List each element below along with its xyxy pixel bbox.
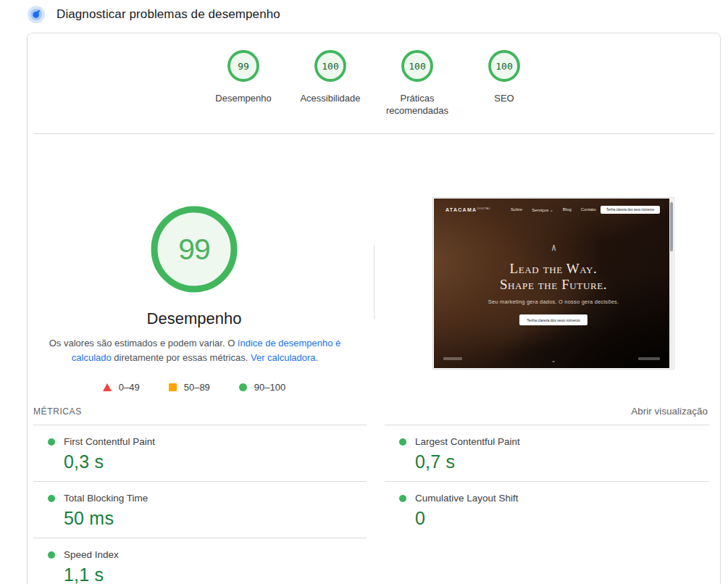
category-label: SEO	[494, 92, 514, 104]
metric-status-dot-icon	[399, 438, 406, 446]
legend-item-fail: 0–49	[103, 382, 140, 393]
preview-nav-item: Blog	[563, 207, 572, 212]
see-calculator-link[interactable]: Ver calculadora.	[251, 352, 318, 363]
gauge-score: 100	[401, 49, 434, 83]
metric-value: 50 ms	[64, 508, 367, 529]
legend-range: 50–89	[184, 382, 210, 393]
brand-logo-mark-icon: /\	[434, 243, 673, 252]
gauge-seo: 100	[488, 49, 521, 83]
page-title: Diagnosticar problemas de desempenho	[57, 7, 280, 22]
metric-name: Cumulative Layout Shift	[415, 493, 519, 504]
preview-nav-item: Sobre	[511, 207, 522, 212]
legend-item-average: 50–89	[169, 382, 210, 393]
performance-score: 99	[148, 203, 240, 296]
divider	[374, 245, 375, 319]
metric-name: Total Blocking Time	[64, 493, 148, 504]
pagespeed-report-page: Diagnosticar problemas de desempenho 99 …	[0, 0, 728, 584]
preview-hero-cta-button: Tenha clareza dos seus números	[519, 314, 587, 325]
metric-name: Largest Contentful Paint	[415, 436, 520, 447]
gauge-score: 100	[314, 49, 347, 83]
metric-status-dot-icon	[48, 495, 55, 502]
metric-largest-contentful-paint: Largest Contentful Paint 0,7 s	[385, 425, 709, 482]
preview-site-nav: ATACAMADIGITAL Sobre Serviços ⌄ Blog Con…	[434, 204, 673, 215]
metric-status-dot-icon	[48, 438, 55, 446]
category-acessibilidade[interactable]: 100 Acessibilidade	[287, 49, 374, 117]
metric-status-dot-icon	[399, 495, 406, 502]
gauge-score: 99	[227, 49, 260, 83]
category-label: Desempenho	[215, 92, 271, 104]
gauge-desempenho: 99	[227, 49, 260, 83]
preview-hero-title: Lead the Way. Shape the Future.	[434, 261, 673, 293]
preview-hero: /\ Lead the Way. Shape the Future. Seu m…	[434, 243, 673, 325]
category-label: Acessibilidade	[300, 92, 360, 104]
preview-scrollbar-thumb	[670, 202, 673, 251]
pagespeed-logo-icon	[28, 6, 45, 23]
category-summary: 99 Desempenho 100 Acessibilidade	[28, 49, 720, 117]
gauge-score: 100	[488, 49, 521, 83]
report-card: 99 Desempenho 100 Acessibilidade	[27, 33, 721, 584]
report-header: Diagnosticar problemas de desempenho	[28, 6, 280, 23]
metric-name: First Contentful Paint	[64, 436, 155, 447]
legend-range: 0–49	[119, 382, 140, 393]
metric-speed-index: Speed Index 1,1 s	[33, 538, 367, 584]
metrics-column-left: First Contentful Paint 0,3 s Total Block…	[33, 425, 367, 584]
preview-nav-cta-button: Tenha clareza dos seus números	[601, 206, 660, 214]
metrics-column-right: Largest Contentful Paint 0,7 s Cumulativ…	[385, 425, 709, 538]
metric-value: 1,1 s	[64, 564, 367, 584]
metric-value: 0,3 s	[64, 451, 367, 472]
metric-value: 0	[415, 508, 709, 529]
page-preview-thumbnail[interactable]: ATACAMADIGITAL Sobre Serviços ⌄ Blog Con…	[432, 197, 674, 370]
category-seo[interactable]: 100 SEO	[461, 49, 548, 117]
metric-name: Speed Index	[64, 549, 119, 560]
metrics-section-label: MÉTRICAS	[33, 406, 82, 417]
scroll-down-icon: ⌄	[434, 357, 673, 364]
performance-gauge: 99	[148, 203, 240, 296]
note-text: Os valores são estimados e podem variar.…	[49, 338, 238, 349]
category-desempenho[interactable]: 99 Desempenho	[200, 49, 287, 117]
performance-note: Os valores são estimados e podem variar.…	[46, 336, 344, 365]
gauge-praticas: 100	[401, 49, 434, 83]
legend-item-pass: 90–100	[239, 382, 285, 393]
metric-status-dot-icon	[48, 551, 55, 559]
metric-cumulative-layout-shift: Cumulative Layout Shift 0	[385, 482, 709, 538]
category-praticas-recomendadas[interactable]: 100 Práticas recomendadas	[374, 49, 461, 117]
divider	[33, 133, 714, 134]
gauge-acessibilidade: 100	[314, 49, 347, 83]
preview-hero-subtitle: Seu marketing gera dados. O nosso gera d…	[434, 299, 673, 305]
status-triangle-icon	[103, 383, 112, 391]
preview-scrollbar	[669, 199, 673, 368]
score-legend: 0–49 50–89 90–100	[28, 382, 361, 393]
note-text: diretamente por essas métricas.	[112, 352, 251, 363]
open-preview-link[interactable]: Abrir visualização	[631, 406, 708, 417]
status-square-icon	[169, 383, 177, 391]
chevron-down-icon: ⌄	[550, 208, 553, 212]
status-circle-icon	[239, 383, 247, 391]
legend-range: 90–100	[254, 382, 285, 393]
metric-total-blocking-time: Total Blocking Time 50 ms	[33, 482, 367, 538]
preview-site: ATACAMADIGITAL Sobre Serviços ⌄ Blog Con…	[434, 199, 673, 368]
preview-nav-item: Contato	[581, 207, 596, 212]
preview-nav-item: Serviços ⌄	[532, 207, 553, 212]
metric-value: 0,7 s	[415, 451, 709, 472]
metric-first-contentful-paint: First Contentful Paint 0,3 s	[33, 425, 367, 482]
performance-title: Desempenho	[28, 309, 361, 328]
category-label: Práticas recomendadas	[374, 92, 461, 117]
metrics-header: MÉTRICAS Abrir visualização	[33, 404, 708, 419]
